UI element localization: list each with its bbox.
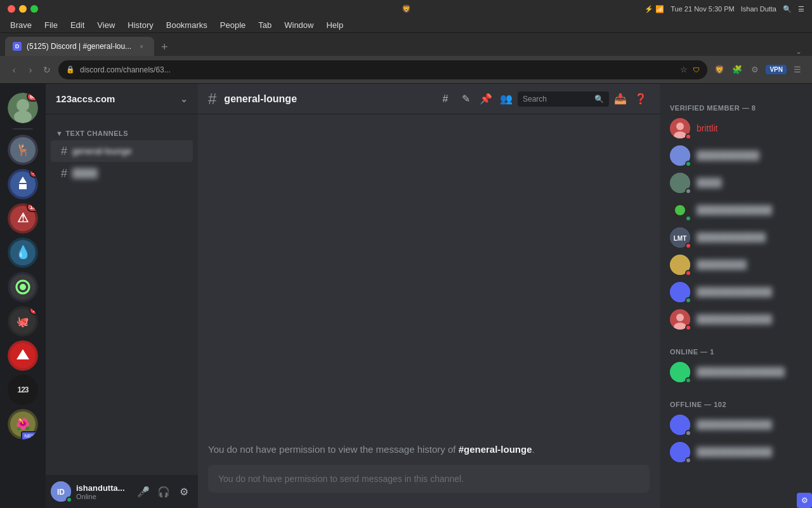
- chat-area: You do not have permission to view the m…: [198, 114, 660, 465]
- member-name-offline-2: ████████████: [697, 447, 772, 457]
- extensions-icon[interactable]: 🧩: [730, 63, 744, 77]
- shield-icon: 🛡: [693, 66, 700, 74]
- member-item-offline-1[interactable]: ████████████: [665, 411, 807, 438]
- svg-text:⚠: ⚠: [17, 211, 29, 225]
- forward-button[interactable]: ›: [24, 64, 37, 76]
- member-avatar-3: [670, 173, 690, 193]
- server-item-6[interactable]: [8, 272, 38, 302]
- member-avatar-6: [670, 255, 690, 275]
- svg-point-28: [675, 205, 685, 215]
- server-item-4[interactable]: ⚠ 10: [8, 203, 38, 234]
- menu-history[interactable]: History: [122, 19, 158, 31]
- text-channels-category[interactable]: ▼ TEXT CHANNELS: [46, 119, 198, 140]
- member-name-4: ████████████: [697, 205, 772, 215]
- lock-icon: 🔒: [66, 65, 75, 74]
- active-tab[interactable]: D (5125) Discord | #general-lou... ×: [5, 37, 154, 56]
- member-item-offline-2[interactable]: ████████████: [665, 439, 807, 465]
- settings-icon-inner: ⚙: [801, 496, 808, 505]
- inbox-icon[interactable]: 📥: [612, 90, 629, 108]
- server-item-5[interactable]: 💧: [8, 237, 38, 268]
- channel-sidebar: 123accs.com ⌄ ▼ TEXT CHANNELS # general-…: [46, 84, 198, 508]
- member-item-brittlit[interactable]: brittlit: [665, 115, 807, 142]
- member-name-2: ██████████: [697, 150, 759, 161]
- user-status: Online: [76, 493, 129, 500]
- maximize-button[interactable]: [30, 5, 38, 13]
- search-icon[interactable]: 🔍: [783, 5, 792, 13]
- window-controls[interactable]: [8, 5, 38, 13]
- svg-point-34: [676, 314, 684, 321]
- member-item-6[interactable]: ████████: [665, 251, 807, 278]
- edit-icon[interactable]: ✎: [457, 90, 475, 108]
- member-item-8[interactable]: ████████████: [665, 306, 807, 333]
- settings-overlay-icon[interactable]: ⚙: [797, 493, 812, 508]
- server-item-7[interactable]: 🐙 1: [8, 306, 38, 337]
- pinned-icon[interactable]: 📌: [477, 90, 495, 108]
- server-item-3[interactable]: 4: [8, 169, 38, 199]
- menu-tab[interactable]: Tab: [253, 19, 277, 31]
- mute-icon[interactable]: 🎤: [134, 483, 152, 500]
- discord-app: 68 🦌 4 ⚠ 10 💧: [0, 84, 812, 508]
- new-tab-button[interactable]: +: [155, 38, 173, 56]
- channel-name-2: ████: [72, 168, 98, 178]
- member-item-5[interactable]: LMT ███████████: [665, 224, 807, 251]
- menu-file[interactable]: File: [39, 19, 63, 31]
- member-item-online-1[interactable]: ██████████████: [665, 359, 807, 385]
- minimize-button[interactable]: [19, 5, 27, 13]
- menu-window[interactable]: Window: [279, 19, 318, 31]
- member-avatar-offline-2: [670, 442, 690, 462]
- menu-icon[interactable]: ☰: [790, 63, 804, 77]
- member-item-7[interactable]: ████████████: [665, 279, 807, 305]
- browser-chrome: ‹ › ↻ 🔒 discord.com/channels/63... ☆ 🛡 🦁…: [0, 56, 812, 84]
- threads-icon[interactable]: #: [436, 90, 454, 108]
- menu-brave[interactable]: Brave: [5, 19, 37, 31]
- member-status-4: [685, 215, 691, 222]
- menu-view[interactable]: View: [92, 19, 120, 31]
- channel-name-general-lounge: general-lounge: [72, 146, 131, 156]
- datetime: Tue 21 Nov 5:30 PM: [671, 5, 734, 13]
- menu-edit[interactable]: Edit: [65, 19, 89, 31]
- menu-bookmarks[interactable]: Bookmarks: [161, 19, 213, 31]
- tab-bar: D (5125) Discord | #general-lou... × + ⌄: [0, 33, 812, 56]
- reload-button[interactable]: ↻: [41, 64, 53, 76]
- menu-people[interactable]: People: [215, 19, 251, 31]
- deafen-icon[interactable]: 🎧: [155, 483, 173, 500]
- channel-item-general-lounge[interactable]: # general-lounge: [51, 140, 193, 162]
- server-header[interactable]: 123accs.com ⌄: [46, 84, 198, 114]
- members-icon[interactable]: 👥: [497, 90, 515, 108]
- server-badge-1: 68: [27, 93, 38, 102]
- search-box[interactable]: Search 🔍: [518, 91, 609, 107]
- tab-close-button[interactable]: ×: [136, 41, 147, 51]
- svg-rect-6: [19, 184, 27, 189]
- category-label: TEXT CHANNELS: [65, 130, 128, 137]
- channel-item-2[interactable]: # ████: [51, 163, 193, 184]
- no-permission-send-msg: You do not have permission to send messa…: [218, 474, 464, 484]
- members-sidebar: VERIFIED MEMBER — 8 brittlit ██████████: [660, 84, 812, 508]
- channel-header: # general-lounge # ✎ 📌 👥 Search 🔍 📥 ❓: [198, 84, 660, 114]
- user-info: ishandutta... Online: [76, 483, 129, 500]
- brave-rewards-icon[interactable]: 🦁: [712, 63, 726, 77]
- server-item-1[interactable]: 68: [8, 93, 38, 123]
- server-item-8[interactable]: [8, 340, 38, 371]
- list-icon[interactable]: ☰: [798, 5, 804, 13]
- server-item-9[interactable]: 🌺 NEW: [8, 409, 38, 439]
- back-button[interactable]: ‹: [8, 64, 20, 76]
- url-text: discord.com/channels/63...: [80, 65, 171, 74]
- menu-help[interactable]: Help: [321, 19, 348, 31]
- member-name-3: ████: [697, 178, 722, 188]
- tab-expand-icon: ⌄: [796, 47, 807, 56]
- settings-icon[interactable]: ⚙: [175, 483, 193, 500]
- channel-header-name: general-lounge: [224, 93, 429, 105]
- help-icon[interactable]: ❓: [632, 90, 650, 108]
- member-status-5: [685, 243, 691, 249]
- category-arrow: ▼: [56, 130, 63, 137]
- member-item-3[interactable]: ████: [665, 170, 807, 196]
- member-item-2[interactable]: ██████████: [665, 142, 807, 169]
- server-item-123[interactable]: 123: [8, 375, 38, 405]
- online-members-header: ONLINE — 1: [660, 338, 812, 358]
- server-item-2[interactable]: 🦌: [8, 135, 38, 165]
- address-bar[interactable]: 🔒 discord.com/channels/63... ☆ 🛡: [58, 60, 707, 79]
- vpn-badge[interactable]: VPN: [766, 65, 787, 74]
- member-item-4[interactable]: ████████████: [665, 197, 807, 224]
- settings-icon[interactable]: ⚙: [748, 63, 762, 77]
- close-button[interactable]: [8, 5, 15, 13]
